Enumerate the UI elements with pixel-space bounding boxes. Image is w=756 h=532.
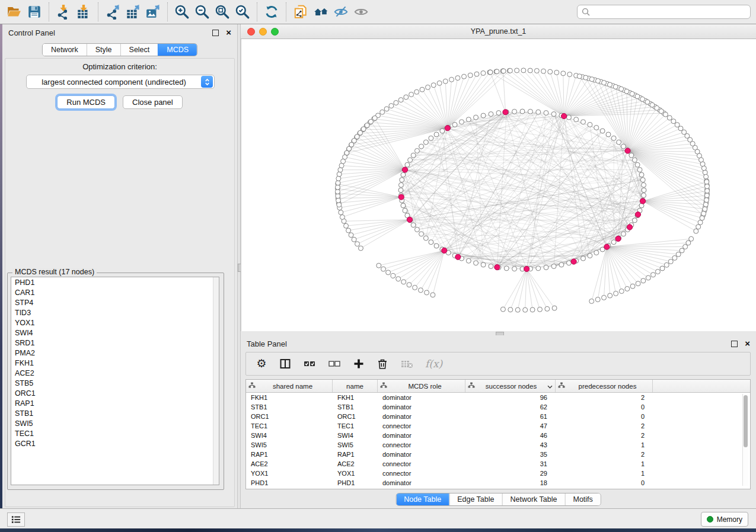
close-panel-icon[interactable]: × xyxy=(745,341,750,347)
tab-network-table[interactable]: Network Table xyxy=(502,493,565,505)
table-row[interactable]: ORC1ORC1dominator610 xyxy=(246,412,750,421)
settings-gear-icon[interactable]: ⚙ xyxy=(256,357,267,371)
table-row[interactable]: SWI5SWI5connector431 xyxy=(246,440,750,450)
scrollbar-thumb[interactable] xyxy=(744,395,748,447)
table-panel-header: Table Panel × xyxy=(241,335,756,352)
table-row[interactable]: FKH1FKH1dominator962 xyxy=(246,393,750,402)
column-header-MCDS-role[interactable]: MCDS role xyxy=(378,380,465,392)
mcds-result-item[interactable]: SRD1 xyxy=(11,338,219,348)
zoom-out-icon[interactable] xyxy=(192,3,212,21)
table-cell: YOX1 xyxy=(246,470,333,477)
table-cell: connector xyxy=(378,422,465,430)
export-network-icon[interactable] xyxy=(103,3,123,21)
import-network-icon[interactable] xyxy=(53,3,74,21)
search-field[interactable] xyxy=(577,5,751,19)
zoom-selected-icon[interactable] xyxy=(232,3,253,21)
show-all-icon[interactable] xyxy=(351,3,371,21)
task-history-button[interactable] xyxy=(7,512,25,527)
zoom-fit-icon[interactable] xyxy=(212,3,232,21)
mcds-result-item[interactable]: RAP1 xyxy=(11,398,219,408)
float-window-icon[interactable] xyxy=(731,341,738,347)
tab-network[interactable]: Network xyxy=(43,44,87,56)
tab-mcds[interactable]: MCDS xyxy=(158,44,197,56)
mcds-result-list[interactable]: PHD1CAR1STP4TID3YOX1SWI4SRD1PMA2FKH1ACE2… xyxy=(11,277,219,485)
table-row[interactable]: YOX1YOX1connector291 xyxy=(246,469,750,478)
memory-status-icon xyxy=(707,516,713,523)
mcds-result-item[interactable]: TID3 xyxy=(11,307,219,318)
tab-motifs[interactable]: Motifs xyxy=(564,493,600,505)
mcds-result-item[interactable]: SWI4 xyxy=(11,328,219,338)
mcds-result-item[interactable]: SWI5 xyxy=(11,418,219,428)
export-table-icon[interactable] xyxy=(123,3,143,21)
network-canvas[interactable] xyxy=(241,39,756,331)
delete-column-icon[interactable] xyxy=(377,357,388,371)
mcds-result-item[interactable]: YOX1 xyxy=(11,318,219,328)
mcds-result-item[interactable]: STB1 xyxy=(11,408,219,418)
zoom-in-icon[interactable] xyxy=(172,3,192,21)
table-row[interactable]: SWI4SWI4dominator462 xyxy=(246,431,750,440)
add-column-icon[interactable] xyxy=(353,357,365,371)
tab-select[interactable]: Select xyxy=(120,44,158,56)
mcds-result-item[interactable]: PHD1 xyxy=(11,277,219,287)
mcds-result-item[interactable]: GCR1 xyxy=(11,438,219,448)
tab-style[interactable]: Style xyxy=(87,44,120,56)
table-cell: 62 xyxy=(465,403,556,411)
network-graph[interactable] xyxy=(241,39,756,331)
column-chooser-icon[interactable] xyxy=(279,357,291,371)
table-cell: 1 xyxy=(556,470,653,477)
table-cell: YOX1 xyxy=(333,470,378,477)
mcds-result-item[interactable]: PMA2 xyxy=(11,348,219,358)
criterion-dropdown[interactable]: largest connected component (undirected) xyxy=(26,75,215,89)
mcds-buttons: Run MCDS Close panel xyxy=(2,95,237,109)
table-row[interactable]: PHD1PHD1dominator180 xyxy=(246,478,750,488)
tab-edge-table[interactable]: Edge Table xyxy=(449,493,502,505)
close-panel-icon[interactable]: × xyxy=(226,30,231,36)
refresh-layout-icon[interactable] xyxy=(261,3,282,21)
mcds-result-item[interactable]: STP4 xyxy=(11,297,219,307)
table-row[interactable]: RAP1RAP1dominator352 xyxy=(246,450,750,459)
mcds-result-item[interactable]: STB5 xyxy=(11,378,219,388)
mcds-list-scrollbar[interactable] xyxy=(213,277,219,485)
table-row[interactable]: TEC1TEC1connector472 xyxy=(246,421,750,431)
close-panel-button[interactable]: Close panel xyxy=(123,95,183,109)
control-panel-tabs: NetworkStyleSelectMCDS xyxy=(42,43,197,56)
search-input[interactable] xyxy=(593,7,750,17)
column-header-successor-nodes[interactable]: successor nodes xyxy=(465,380,556,392)
deselect-all-checkboxes-icon[interactable] xyxy=(328,357,341,371)
column-header-predecessor-nodes[interactable]: predecessor nodes xyxy=(556,380,653,392)
table-scrollbar[interactable] xyxy=(742,394,748,486)
save-session-icon[interactable] xyxy=(24,3,44,21)
select-all-checkboxes-icon[interactable] xyxy=(303,357,316,371)
first-neighbors-icon[interactable] xyxy=(311,3,331,21)
table-cell: 46 xyxy=(465,432,556,439)
function-builder-icon: f(x) xyxy=(425,357,442,371)
table-cell: ACE2 xyxy=(246,460,333,467)
table-row[interactable]: STB1STB1dominator620 xyxy=(246,402,750,412)
memory-button[interactable]: Memory xyxy=(701,512,748,527)
open-file-icon[interactable] xyxy=(4,3,24,21)
export-image-icon[interactable] xyxy=(143,3,163,21)
table-cell: 1 xyxy=(556,441,653,448)
table-cell: PHD1 xyxy=(246,479,333,486)
table-cell: RAP1 xyxy=(246,451,333,458)
run-mcds-button[interactable]: Run MCDS xyxy=(57,95,115,109)
mcds-result-item[interactable]: ORC1 xyxy=(11,388,219,398)
table-cell: 31 xyxy=(465,460,556,467)
horizontal-splitter[interactable] xyxy=(241,331,756,335)
network-window-titlebar[interactable]: YPA_prune.txt_1 xyxy=(241,24,756,39)
mcds-result-item[interactable]: TEC1 xyxy=(11,428,219,438)
table-cell: SWI4 xyxy=(333,432,378,439)
column-header-shared-name[interactable]: shared name xyxy=(246,380,333,392)
mcds-result-item[interactable]: ACE2 xyxy=(11,368,219,378)
mcds-result-item[interactable]: CAR1 xyxy=(11,287,219,297)
mcds-result-item[interactable]: FKH1 xyxy=(11,358,219,368)
duplicate-network-icon[interactable] xyxy=(291,3,311,21)
import-table-icon[interactable] xyxy=(74,3,94,21)
hide-selected-icon[interactable] xyxy=(331,3,351,21)
column-header-name[interactable]: name xyxy=(333,380,378,392)
table-cell: ORC1 xyxy=(333,413,378,420)
float-window-icon[interactable] xyxy=(212,30,219,36)
table-row[interactable]: ACE2ACE2connector311 xyxy=(246,459,750,469)
table-cell: 61 xyxy=(465,413,556,420)
tab-node-table[interactable]: Node Table xyxy=(396,493,449,505)
